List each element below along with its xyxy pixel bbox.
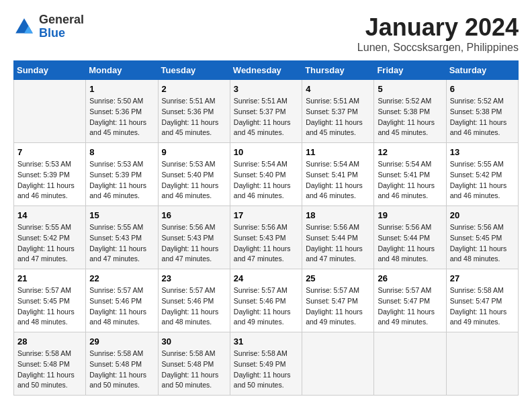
day-info: Sunrise: 5:53 AMSunset: 5:39 PMDaylight:… bbox=[17, 159, 82, 201]
day-info: Sunrise: 5:55 AMSunset: 5:42 PMDaylight:… bbox=[450, 159, 515, 201]
day-number: 25 bbox=[306, 273, 370, 283]
day-info: Sunrise: 5:56 AMSunset: 5:43 PMDaylight:… bbox=[162, 222, 226, 265]
day-number: 27 bbox=[450, 273, 515, 283]
day-number: 16 bbox=[162, 210, 226, 220]
calendar-cell: 9Sunrise: 5:53 AMSunset: 5:40 PMDaylight… bbox=[158, 143, 230, 206]
day-info: Sunrise: 5:54 AMSunset: 5:40 PMDaylight:… bbox=[234, 159, 298, 201]
day-info: Sunrise: 5:51 AMSunset: 5:36 PMDaylight:… bbox=[162, 96, 226, 138]
week-row-3: 14Sunrise: 5:55 AMSunset: 5:42 PMDayligh… bbox=[14, 206, 519, 269]
day-number: 26 bbox=[378, 273, 442, 283]
calendar-cell: 30Sunrise: 5:58 AMSunset: 5:48 PMDayligh… bbox=[158, 332, 230, 396]
day-info: Sunrise: 5:58 AMSunset: 5:48 PMDaylight:… bbox=[162, 349, 226, 391]
calendar-cell: 13Sunrise: 5:55 AMSunset: 5:42 PMDayligh… bbox=[446, 143, 518, 206]
day-info: Sunrise: 5:55 AMSunset: 5:42 PMDaylight:… bbox=[17, 222, 82, 265]
day-info: Sunrise: 5:57 AMSunset: 5:47 PMDaylight:… bbox=[306, 285, 370, 328]
day-info: Sunrise: 5:50 AMSunset: 5:36 PMDaylight:… bbox=[89, 96, 154, 138]
day-info: Sunrise: 5:57 AMSunset: 5:47 PMDaylight:… bbox=[378, 285, 442, 328]
subtitle: Lunen, Soccsksargen, Philippines bbox=[357, 42, 519, 54]
day-number: 23 bbox=[162, 273, 226, 283]
calendar-cell bbox=[302, 332, 374, 396]
calendar-cell: 11Sunrise: 5:54 AMSunset: 5:41 PMDayligh… bbox=[302, 143, 374, 206]
calendar-cell: 6Sunrise: 5:52 AMSunset: 5:38 PMDaylight… bbox=[446, 80, 518, 143]
main-title: January 2024 bbox=[357, 13, 519, 42]
logo: General Blue bbox=[13, 13, 84, 40]
day-number: 30 bbox=[162, 336, 226, 347]
calendar-cell: 23Sunrise: 5:57 AMSunset: 5:46 PMDayligh… bbox=[158, 269, 230, 332]
day-number: 31 bbox=[234, 336, 298, 347]
day-number: 2 bbox=[162, 84, 226, 94]
day-info: Sunrise: 5:58 AMSunset: 5:48 PMDaylight:… bbox=[17, 349, 82, 391]
calendar-cell: 14Sunrise: 5:55 AMSunset: 5:42 PMDayligh… bbox=[14, 206, 86, 269]
calendar-cell: 4Sunrise: 5:51 AMSunset: 5:37 PMDaylight… bbox=[302, 80, 374, 143]
calendar-cell: 25Sunrise: 5:57 AMSunset: 5:47 PMDayligh… bbox=[302, 269, 374, 332]
day-info: Sunrise: 5:51 AMSunset: 5:37 PMDaylight:… bbox=[306, 96, 370, 138]
calendar-cell: 28Sunrise: 5:58 AMSunset: 5:48 PMDayligh… bbox=[14, 332, 86, 396]
day-number: 5 bbox=[378, 84, 442, 94]
calendar-cell: 31Sunrise: 5:58 AMSunset: 5:49 PMDayligh… bbox=[230, 332, 302, 396]
day-number: 4 bbox=[306, 84, 370, 94]
day-info: Sunrise: 5:58 AMSunset: 5:48 PMDaylight:… bbox=[89, 349, 154, 391]
header-saturday: Saturday bbox=[446, 61, 518, 80]
week-row-1: 1Sunrise: 5:50 AMSunset: 5:36 PMDaylight… bbox=[14, 80, 519, 143]
day-info: Sunrise: 5:52 AMSunset: 5:38 PMDaylight:… bbox=[378, 96, 442, 138]
day-info: Sunrise: 5:57 AMSunset: 5:45 PMDaylight:… bbox=[17, 285, 82, 328]
day-number: 28 bbox=[17, 336, 82, 347]
calendar-cell: 5Sunrise: 5:52 AMSunset: 5:38 PMDaylight… bbox=[374, 80, 446, 143]
calendar-cell: 2Sunrise: 5:51 AMSunset: 5:36 PMDaylight… bbox=[158, 80, 230, 143]
day-info: Sunrise: 5:57 AMSunset: 5:46 PMDaylight:… bbox=[234, 285, 298, 328]
day-info: Sunrise: 5:58 AMSunset: 5:47 PMDaylight:… bbox=[450, 285, 515, 328]
day-number: 9 bbox=[162, 147, 226, 157]
day-info: Sunrise: 5:56 AMSunset: 5:43 PMDaylight:… bbox=[234, 222, 298, 265]
calendar-cell: 3Sunrise: 5:51 AMSunset: 5:37 PMDaylight… bbox=[230, 80, 302, 143]
day-info: Sunrise: 5:56 AMSunset: 5:44 PMDaylight:… bbox=[378, 222, 442, 265]
day-number: 15 bbox=[89, 210, 154, 220]
day-number: 10 bbox=[234, 147, 298, 157]
day-number: 11 bbox=[306, 147, 370, 157]
header-sunday: Sunday bbox=[14, 61, 86, 80]
day-info: Sunrise: 5:54 AMSunset: 5:41 PMDaylight:… bbox=[306, 159, 370, 201]
day-number: 29 bbox=[89, 336, 154, 347]
day-info: Sunrise: 5:58 AMSunset: 5:49 PMDaylight:… bbox=[234, 349, 298, 391]
days-header-row: SundayMondayTuesdayWednesdayThursdayFrid… bbox=[14, 61, 519, 80]
day-info: Sunrise: 5:53 AMSunset: 5:39 PMDaylight:… bbox=[89, 159, 154, 201]
calendar-cell: 26Sunrise: 5:57 AMSunset: 5:47 PMDayligh… bbox=[374, 269, 446, 332]
calendar-cell: 7Sunrise: 5:53 AMSunset: 5:39 PMDaylight… bbox=[14, 143, 86, 206]
day-number: 12 bbox=[378, 147, 442, 157]
day-number: 3 bbox=[234, 84, 298, 94]
calendar-cell: 1Sunrise: 5:50 AMSunset: 5:36 PMDaylight… bbox=[86, 80, 158, 143]
day-number: 18 bbox=[306, 210, 370, 220]
calendar-cell: 20Sunrise: 5:56 AMSunset: 5:45 PMDayligh… bbox=[446, 206, 518, 269]
day-number: 13 bbox=[450, 147, 515, 157]
title-area: January 2024 Lunen, Soccsksargen, Philip… bbox=[357, 13, 519, 54]
day-number: 1 bbox=[89, 84, 154, 94]
calendar-cell: 18Sunrise: 5:56 AMSunset: 5:44 PMDayligh… bbox=[302, 206, 374, 269]
calendar-cell bbox=[374, 332, 446, 396]
header-tuesday: Tuesday bbox=[158, 61, 230, 80]
logo-icon bbox=[13, 16, 35, 38]
day-info: Sunrise: 5:56 AMSunset: 5:44 PMDaylight:… bbox=[306, 222, 370, 265]
header-thursday: Thursday bbox=[302, 61, 374, 80]
day-number: 7 bbox=[17, 147, 82, 157]
calendar-cell bbox=[446, 332, 518, 396]
day-info: Sunrise: 5:52 AMSunset: 5:38 PMDaylight:… bbox=[450, 96, 515, 138]
calendar-cell: 24Sunrise: 5:57 AMSunset: 5:46 PMDayligh… bbox=[230, 269, 302, 332]
calendar-cell: 16Sunrise: 5:56 AMSunset: 5:43 PMDayligh… bbox=[158, 206, 230, 269]
day-number: 6 bbox=[450, 84, 515, 94]
calendar-cell: 10Sunrise: 5:54 AMSunset: 5:40 PMDayligh… bbox=[230, 143, 302, 206]
header-friday: Friday bbox=[374, 61, 446, 80]
day-number: 24 bbox=[234, 273, 298, 283]
calendar-cell: 19Sunrise: 5:56 AMSunset: 5:44 PMDayligh… bbox=[374, 206, 446, 269]
day-info: Sunrise: 5:51 AMSunset: 5:37 PMDaylight:… bbox=[234, 96, 298, 138]
day-number: 21 bbox=[17, 273, 82, 283]
logo-text: General Blue bbox=[39, 13, 84, 40]
week-row-4: 21Sunrise: 5:57 AMSunset: 5:45 PMDayligh… bbox=[14, 269, 519, 332]
day-number: 20 bbox=[450, 210, 515, 220]
day-info: Sunrise: 5:53 AMSunset: 5:40 PMDaylight:… bbox=[162, 159, 226, 201]
day-number: 17 bbox=[234, 210, 298, 220]
week-row-5: 28Sunrise: 5:58 AMSunset: 5:48 PMDayligh… bbox=[14, 332, 519, 396]
calendar-cell: 12Sunrise: 5:54 AMSunset: 5:41 PMDayligh… bbox=[374, 143, 446, 206]
calendar-cell: 27Sunrise: 5:58 AMSunset: 5:47 PMDayligh… bbox=[446, 269, 518, 332]
week-row-2: 7Sunrise: 5:53 AMSunset: 5:39 PMDaylight… bbox=[14, 143, 519, 206]
day-info: Sunrise: 5:57 AMSunset: 5:46 PMDaylight:… bbox=[162, 285, 226, 328]
header: General Blue January 2024 Lunen, Soccsks… bbox=[13, 13, 519, 54]
